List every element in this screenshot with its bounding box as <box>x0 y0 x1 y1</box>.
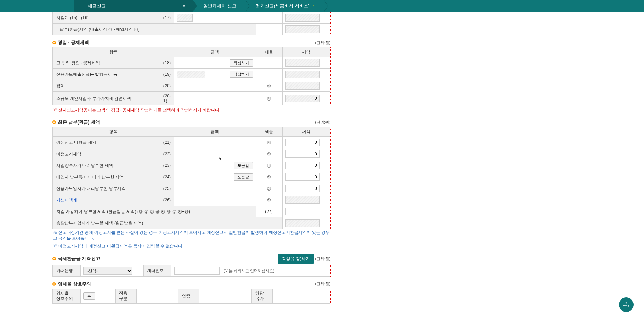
h-tax: 세액 <box>282 47 330 57</box>
section2-title: 최종 납부(환급) 세액 <box>58 119 100 125</box>
nav-spacer <box>0 0 74 12</box>
row27-tax[interactable] <box>285 208 313 215</box>
bank-label: 거래은행 <box>53 265 81 276</box>
breadcrumb-1[interactable]: 일반과세자 신고 <box>193 0 245 12</box>
row25-tax[interactable] <box>285 185 320 192</box>
row18-write-button[interactable]: 작성하기 <box>230 59 253 67</box>
row20-sym: ㉰ <box>256 80 282 92</box>
partial-top-table: 차감계 (15) - (16) (17) 납부(환급)세액 (매출세액 ㉮ - … <box>52 12 330 35</box>
row27-code: (27) <box>256 206 282 217</box>
row22-tax[interactable] <box>285 150 320 158</box>
industry-value <box>199 289 252 303</box>
row23-tax[interactable] <box>285 162 320 169</box>
row20-1-label: 소규모 개인사업자 부가가치세 감면세액 <box>53 92 160 105</box>
section4-header: 영세율 상호주의 (단위:원) <box>52 281 331 287</box>
row26-code: (26) <box>160 194 174 206</box>
section3-title: 국세환급금 계좌신고 <box>58 255 100 262</box>
section3-table: 거래은행 -선택- 계좌번호 ('-' 는 제외하고 입력하십시오) <box>52 265 330 277</box>
row25-code: (25) <box>160 183 174 194</box>
row21-sym: ㉱ <box>256 137 282 148</box>
nav-main-label: 세금신고 <box>88 3 182 9</box>
zero-rate-value[interactable]: 부 <box>83 292 95 300</box>
row26-sym: ㉶ <box>256 194 282 206</box>
account-write-button[interactable]: 작성(수정)하기 <box>278 254 314 264</box>
apply-type-label: 적용 구분 <box>116 289 137 303</box>
row19-code: (19) <box>160 69 174 80</box>
bank-select[interactable]: -선택- <box>83 267 132 275</box>
row21-label: 예정신고 미환급 세액 <box>53 137 160 148</box>
h2-amount: 금액 <box>174 127 256 137</box>
unit-label: (단위:원) <box>315 257 330 261</box>
row-refund-label: 납부(환급)세액 (매출세액 ㉮ - 매입세액 ㉯) <box>53 24 256 35</box>
h-rate: 세율 <box>256 47 282 57</box>
top-nav: 세금신고 ▼ 일반과세자 신고 정기신고(세금비서 서비스) ☆ <box>0 0 644 12</box>
country-value <box>273 289 330 303</box>
row19-write-button[interactable]: 작성하기 <box>230 71 253 78</box>
row-17-tax[interactable] <box>285 14 320 22</box>
row26-tax[interactable] <box>285 196 320 204</box>
row22-sym: ㉲ <box>256 148 282 160</box>
section1-header: 경감 · 공제세액 (단위:원) <box>52 39 331 46</box>
section4-title: 영세율 상호주의 <box>58 281 91 287</box>
row20-1-tax[interactable] <box>285 95 320 102</box>
row-17-code: (17) <box>160 12 174 24</box>
row20-tax[interactable] <box>285 82 320 90</box>
row-refund-tax[interactable] <box>285 25 320 33</box>
row21-code: (21) <box>160 137 174 148</box>
row27-label: 차감·가감하여 납부할 세액 (환급받을 세액) (㉰-㉱-㉲-㉳-㉴-㉵-㉶-… <box>53 206 256 217</box>
row20-code: (20) <box>160 80 174 92</box>
zero-rate-label: 영세율 상호주의 <box>53 289 81 303</box>
row-total-label: 총괄납부사업자가 납부할 세액 (환급받을 세액) <box>53 217 283 229</box>
row20-1-code: (20-1) <box>160 92 174 105</box>
row24-sym: ㉴ <box>256 171 282 183</box>
row23-help-button[interactable]: 도움말 <box>234 162 253 169</box>
scroll-top-button[interactable]: ↑ TOP <box>619 297 634 304</box>
industry-label: 업종 <box>178 289 199 303</box>
row24-code: (24) <box>160 171 174 183</box>
unit-label: (단위:원) <box>315 120 330 125</box>
row-17-label: 차감계 (15) - (16) <box>53 12 160 24</box>
row26-label[interactable]: 가산세액계 <box>53 194 160 206</box>
row19-tax[interactable] <box>285 71 320 78</box>
row21-tax[interactable] <box>285 139 320 146</box>
section2-table: 항목 금액 세율 세액 예정신고 미환급 세액 (21) ㉱ 예정고지세액 (2… <box>52 127 330 229</box>
row23-label: 사업양수자가 대리납부한 세액 <box>53 160 160 171</box>
row20-label: 합계 <box>53 80 160 92</box>
star-icon[interactable]: ☆ <box>312 4 315 8</box>
row18-tax[interactable] <box>285 59 320 67</box>
section2-header: 최종 납부(환급) 세액 (단위:원) <box>52 119 331 125</box>
section3-header: 국세환급금 계좌신고 작성(수정)하기 (단위:원) <box>52 254 331 264</box>
bullet-icon <box>52 282 56 286</box>
row-17-amount[interactable] <box>177 14 193 22</box>
account-label: 계좌번호 <box>144 265 171 276</box>
row-total-tax[interactable] <box>285 219 320 227</box>
breadcrumb-2[interactable]: 정기신고(세금비서 서비스) ☆ <box>245 0 324 12</box>
section1-title: 경감 · 공제세액 <box>58 39 89 46</box>
h2-tax: 세액 <box>282 127 330 137</box>
unit-label: (단위:원) <box>315 40 330 45</box>
section1-note: ※ 전자신고세액공제는 그밖의 경감 · 공제세액 작성하기를 선택하여 작성하… <box>52 105 331 115</box>
h2-item: 항목 <box>53 127 174 137</box>
row24-help-button[interactable]: 도움말 <box>234 173 253 181</box>
row24-tax[interactable] <box>285 173 320 181</box>
row20-1-sym: ㉻ <box>256 92 282 105</box>
hamburger-icon <box>79 3 84 9</box>
section1-table: 항목 금액 세율 세액 그 밖의 경감 · 공제세액 (18) 작성하기 신용카… <box>52 47 330 105</box>
h-amount: 금액 <box>174 47 256 57</box>
section4-table: 영세율 상호주의 부 적용 구분 업종 해당 국가 <box>52 289 330 304</box>
h-item: 항목 <box>53 47 174 57</box>
bullet-icon <box>52 257 56 260</box>
arrow-up-icon: ↑ <box>625 301 627 304</box>
row19-label: 신용카드매출전표등 발행공제 등 <box>53 69 160 80</box>
apply-type-value <box>137 289 178 303</box>
account-hint: ('-' 는 제외하고 입력하십시오) <box>224 269 274 273</box>
row22-label: 예정고지세액 <box>53 148 160 160</box>
row19-amount[interactable] <box>177 71 205 78</box>
nav-main-menu[interactable]: 세금신고 ▼ <box>74 0 193 12</box>
bullet-icon <box>52 41 56 44</box>
row18-code: (18) <box>160 57 174 69</box>
account-input[interactable] <box>174 267 220 275</box>
row24-label: 매입자 납부특례에 따라 납부한 세액 <box>53 171 160 183</box>
row23-sym: ㉳ <box>256 160 282 171</box>
h2-rate: 세율 <box>256 127 282 137</box>
